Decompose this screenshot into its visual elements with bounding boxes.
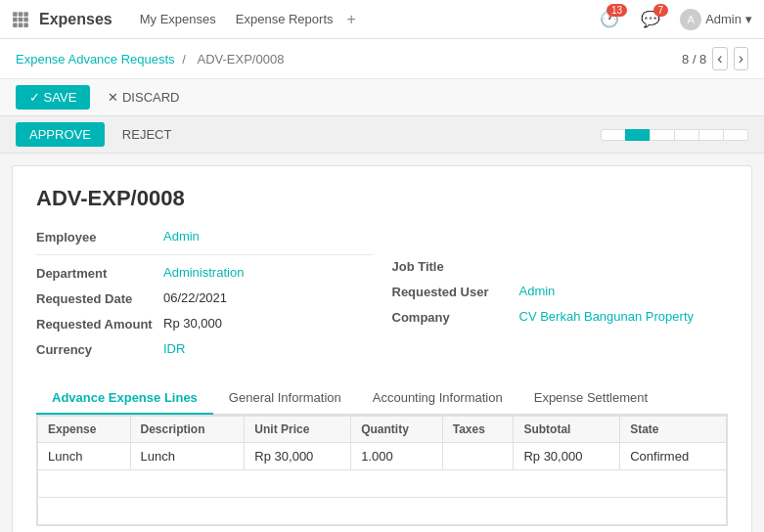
- tab-general-information[interactable]: General Information: [213, 382, 357, 415]
- cell-state: Confirmed: [620, 443, 727, 470]
- reject-button[interactable]: REJECT: [112, 122, 182, 147]
- cell-expense: Lunch: [38, 443, 131, 470]
- svg-rect-5: [23, 17, 28, 22]
- expense-lines-table: Expense Description Unit Price Quantity …: [37, 416, 727, 525]
- col-quantity: Quantity: [351, 417, 443, 443]
- nav-add-icon[interactable]: +: [347, 11, 356, 28]
- svg-rect-6: [13, 22, 18, 27]
- employee-field: Employee Admin: [36, 229, 373, 244]
- col-description: Description: [130, 417, 245, 443]
- job-title-label: Job Title: [392, 258, 519, 274]
- document-title: ADV-EXP/0008: [36, 186, 728, 211]
- requested-user-field: Requested User Admin: [392, 284, 729, 299]
- breadcrumb: Expense Advance Requests / ADV-EXP/0008: [16, 52, 288, 66]
- requested-date-field: Requested Date 06/22/2021: [36, 290, 373, 306]
- requested-date-value: 06/22/2021: [163, 290, 227, 305]
- svg-rect-4: [19, 17, 23, 22]
- requested-user-value[interactable]: Admin: [519, 284, 556, 298]
- left-fields: Employee Admin Department Administration…: [36, 229, 373, 367]
- nav-expense-reports[interactable]: Expense Reports: [226, 0, 343, 39]
- svg-rect-0: [13, 12, 18, 17]
- expense-lines-table-container: Expense Description Unit Price Quantity …: [36, 415, 728, 526]
- breadcrumb-parent[interactable]: Expense Advance Requests: [16, 52, 175, 66]
- action-bar: ✓ SAVE ✕ DISCARD: [0, 79, 764, 116]
- currency-label: Currency: [36, 341, 163, 357]
- main-content: ADV-EXP/0008 Employee Admin Department A…: [12, 165, 752, 532]
- employee-label: Employee: [36, 229, 163, 244]
- tab-advance-expense-lines[interactable]: Advance Expense Lines: [36, 382, 213, 415]
- step-paid[interactable]: [674, 129, 698, 141]
- table-row-empty2: [38, 498, 727, 525]
- svg-rect-2: [23, 12, 28, 17]
- breadcrumb-current: ADV-EXP/0008: [197, 52, 284, 66]
- employee-value[interactable]: Admin: [163, 229, 200, 244]
- message-count: 7: [653, 4, 669, 17]
- currency-field: Currency IDR: [36, 341, 373, 357]
- col-subtotal: Subtotal: [514, 417, 620, 443]
- currency-value[interactable]: IDR: [163, 341, 185, 356]
- step-draft[interactable]: [601, 129, 625, 141]
- nav-right: 🕐 13 💬 7 A Admin ▾: [600, 9, 752, 30]
- cell-taxes: [442, 443, 514, 470]
- user-avatar: A: [680, 9, 701, 30]
- svg-rect-3: [13, 17, 18, 22]
- table-row-empty: [38, 470, 727, 498]
- tab-expense-settlement[interactable]: Expense Settlement: [518, 382, 663, 415]
- step-approved[interactable]: [650, 129, 674, 141]
- department-label: Department: [36, 265, 163, 281]
- user-menu[interactable]: A Admin ▾: [680, 9, 752, 30]
- breadcrumb-bar: Expense Advance Requests / ADV-EXP/0008 …: [0, 39, 764, 79]
- approve-button[interactable]: APPROVE: [16, 122, 105, 147]
- breadcrumb-separator: /: [182, 52, 186, 66]
- user-name: Admin: [705, 12, 742, 26]
- department-field: Department Administration: [36, 265, 373, 281]
- user-caret: ▾: [745, 12, 752, 26]
- tab-accounting-information[interactable]: Accounting Information: [357, 382, 518, 415]
- save-button[interactable]: ✓ SAVE: [16, 85, 90, 110]
- detail-tabs: Advance Expense Lines General Informatio…: [36, 382, 728, 415]
- status-bar: APPROVE REJECT: [0, 116, 764, 154]
- cell-subtotal: Rp 30,000: [514, 443, 620, 470]
- app-brand: Expenses: [39, 11, 112, 28]
- cell-unit-price: Rp 30,000: [245, 443, 351, 470]
- activity-count: 13: [607, 4, 627, 17]
- cell-quantity: 1.000: [351, 443, 443, 470]
- col-state: State: [620, 417, 727, 443]
- requested-amount-field: Requested Amount Rp 30,000: [36, 316, 373, 332]
- col-expense: Expense: [38, 417, 131, 443]
- requested-amount-label: Requested Amount: [36, 316, 163, 332]
- svg-rect-7: [19, 22, 23, 27]
- record-navigation: 8 / 8 ‹ ›: [682, 47, 748, 70]
- workflow-steps: [601, 129, 748, 141]
- prev-record-button[interactable]: ‹: [712, 47, 727, 70]
- step-closed[interactable]: [723, 129, 748, 141]
- top-navigation: Expenses My Expenses Expense Reports + 🕐…: [0, 0, 764, 39]
- next-record-button[interactable]: ›: [734, 47, 748, 70]
- requested-amount-value: Rp 30,000: [163, 316, 222, 331]
- svg-rect-8: [23, 22, 28, 27]
- step-confirmed[interactable]: [625, 129, 650, 141]
- svg-rect-1: [19, 12, 23, 17]
- step-waiting-clearance[interactable]: [698, 129, 723, 141]
- message-badge[interactable]: 💬 7: [641, 10, 660, 28]
- department-value[interactable]: Administration: [163, 265, 244, 280]
- company-label: Company: [392, 309, 519, 325]
- nav-my-expenses[interactable]: My Expenses: [130, 0, 226, 39]
- activity-badge[interactable]: 🕐 13: [600, 10, 619, 28]
- form-fields: Employee Admin Department Administration…: [36, 229, 728, 367]
- col-taxes: Taxes: [442, 417, 514, 443]
- job-title-field: Job Title: [392, 258, 729, 274]
- table-row[interactable]: Lunch Lunch Rp 30,000 1.000 Rp 30,000 Co…: [38, 443, 727, 470]
- company-value[interactable]: CV Berkah Bangunan Property: [519, 309, 695, 324]
- apps-menu-icon[interactable]: [12, 11, 29, 28]
- company-field: Company CV Berkah Bangunan Property: [392, 309, 729, 325]
- right-fields: Job Title Requested User Admin Company C…: [392, 229, 729, 367]
- requested-date-label: Requested Date: [36, 290, 163, 306]
- nav-links: My Expenses Expense Reports +: [130, 0, 356, 39]
- cell-description: Lunch: [130, 443, 245, 470]
- requested-user-label: Requested User: [392, 284, 519, 299]
- discard-button[interactable]: ✕ DISCARD: [98, 85, 189, 110]
- col-unit-price: Unit Price: [245, 417, 351, 443]
- record-count: 8 / 8: [682, 52, 706, 66]
